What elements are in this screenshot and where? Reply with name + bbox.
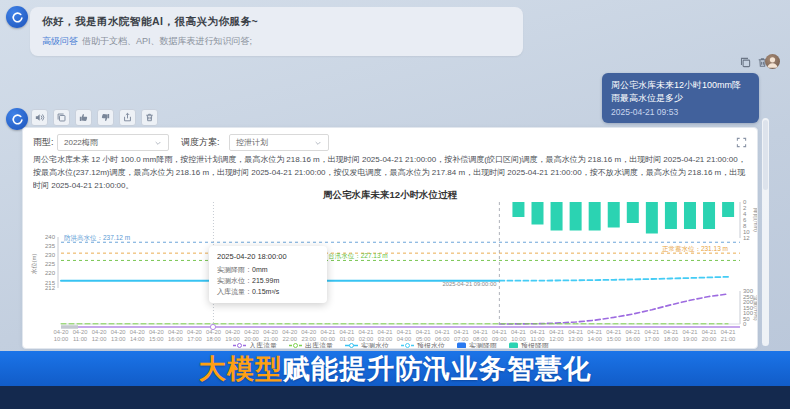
plan-select[interactable]: 控泄计划: [229, 134, 329, 151]
tooltip-time: 2025-04-20 18:00:00: [217, 252, 319, 261]
volume-icon: [34, 112, 45, 123]
svg-text:04-21: 04-21: [320, 329, 335, 335]
svg-text:04-21: 04-21: [625, 329, 640, 335]
delete-answer-button[interactable]: [141, 109, 158, 126]
svg-text:04-20: 04-20: [263, 329, 278, 335]
legend-item-出库流量[interactable]: 出库流量: [289, 342, 333, 349]
bar[interactable]: [551, 202, 563, 231]
svg-text:正常蓄水位：231.13 m: 正常蓄水位：231.13 m: [662, 245, 728, 252]
person-icon: [765, 54, 780, 69]
scrollbar-thumb[interactable]: [763, 120, 768, 190]
svg-text:04-21: 04-21: [644, 329, 659, 335]
svg-text:实测降雨: 实测降雨: [469, 342, 497, 349]
svg-text:04-20: 04-20: [187, 329, 202, 335]
svg-text:0: 0: [743, 321, 747, 327]
legend-item-实测水位[interactable]: 实测水位: [345, 342, 389, 349]
thumbs-down-icon: [100, 112, 111, 123]
advanced-qa-tag[interactable]: 高级问答: [42, 36, 78, 46]
user-question-time: 2025-04-21 09:53: [611, 107, 750, 117]
footer-strip: [0, 386, 790, 409]
user-question-bubble: 周公宅水库未来12小时100mm降雨最高水位是多少 2025-04-21 09:…: [602, 73, 759, 123]
slogan-text: 大模型赋能提升防汛业务智慧化: [199, 351, 591, 387]
svg-text:11:00: 11:00: [73, 336, 87, 342]
svg-text:12: 12: [743, 235, 750, 241]
copy-icon[interactable]: [739, 56, 752, 69]
series-预报降雨: [512, 202, 734, 234]
datazoom-handle[interactable]: [210, 324, 215, 329]
rain-type-select[interactable]: 2022梅雨: [57, 134, 169, 151]
svg-text:04-20: 04-20: [244, 329, 259, 335]
svg-text:22:00: 22:00: [282, 336, 297, 342]
thumbs-up-button[interactable]: [75, 109, 92, 126]
svg-text:04-20: 04-20: [92, 329, 107, 335]
svg-text:04-21: 04-21: [378, 329, 393, 335]
svg-text:04-21: 04-21: [454, 329, 469, 335]
thumbs-up-icon: [78, 112, 89, 123]
bar[interactable]: [684, 202, 696, 229]
svg-text:01:00: 01:00: [340, 336, 355, 342]
svg-text:230: 230: [45, 252, 56, 258]
read-aloud-button[interactable]: [31, 109, 48, 126]
svg-text:14:00: 14:00: [587, 336, 602, 342]
greeting-title: 你好，我是甬水院智能AI，很高兴为你服务~: [42, 15, 511, 29]
plan-value: 控泄计划: [236, 137, 314, 148]
bar[interactable]: [722, 202, 734, 217]
svg-text:04-21: 04-21: [339, 329, 354, 335]
svg-text:12:00: 12:00: [549, 336, 564, 342]
bar[interactable]: [665, 202, 677, 229]
svg-text:16:00: 16:00: [168, 336, 183, 342]
svg-text:225: 225: [45, 261, 56, 267]
svg-text:13:00: 13:00: [568, 336, 583, 342]
thumbs-down-button[interactable]: [97, 109, 114, 126]
export-button[interactable]: [119, 109, 136, 126]
legend-item-实测降雨[interactable]: 实测降雨: [457, 342, 497, 349]
svg-text:14:00: 14:00: [130, 336, 145, 342]
plan-label: 调度方案:: [181, 136, 220, 149]
advanced-qa-desc: 借助于文档、API、数据库表进行知识问答;: [82, 36, 252, 46]
svg-text:04-21: 04-21: [568, 329, 583, 335]
svg-text:04-21: 04-21: [416, 329, 431, 335]
svg-text:04-20: 04-20: [168, 329, 183, 335]
bar[interactable]: [570, 202, 582, 231]
svg-text:预报降雨: 预报降雨: [521, 342, 549, 349]
svg-text:水位(m): 水位(m): [31, 254, 37, 275]
svg-text:04-21: 04-21: [606, 329, 621, 335]
svg-text:04-20: 04-20: [301, 329, 316, 335]
svg-text:04-21: 04-21: [721, 329, 736, 335]
svg-text:入库流量: 入库流量: [249, 342, 277, 349]
bar[interactable]: [646, 202, 658, 234]
svg-text:17:00: 17:00: [187, 336, 202, 342]
chevron-down-icon: [314, 139, 322, 147]
svg-text:19:00: 19:00: [225, 336, 240, 342]
fullscreen-icon[interactable]: [736, 137, 747, 148]
legend-item-入库流量[interactable]: 入库流量: [233, 342, 277, 349]
bar[interactable]: [532, 202, 544, 225]
user-avatar: [765, 54, 780, 69]
legend-item-预报水位[interactable]: 预报水位: [401, 342, 445, 349]
panel-controls: 雨型: 2022梅雨 调度方案: 控泄计划: [23, 132, 757, 152]
svg-text:04-21: 04-21: [473, 329, 488, 335]
greeting-sub: 高级问答借助于文档、API、数据库表进行知识问答;: [42, 35, 511, 48]
forecast-panel: 雨型: 2022梅雨 调度方案: 控泄计划 周公宅水库未来 12 小时 100.…: [22, 127, 758, 349]
tooltip-row: 实测降雨：0mm: [217, 264, 319, 275]
forecast-summary: 周公宅水库未来 12 小时 100.0 mm降雨，按控泄计划调度，最高水位为 2…: [33, 153, 747, 192]
svg-text:预报水位: 预报水位: [417, 342, 445, 349]
svg-text:04-20: 04-20: [282, 329, 297, 335]
svg-text:04-21: 04-21: [530, 329, 545, 335]
bar[interactable]: [512, 202, 524, 217]
current-time-label: 2025-04-21 09:00:00: [443, 281, 497, 287]
bar[interactable]: [608, 202, 620, 228]
bar[interactable]: [589, 202, 601, 231]
svg-text:16:00: 16:00: [626, 336, 641, 342]
copy-answer-button[interactable]: [53, 109, 70, 126]
slogan-banner: 大模型赋能提升防汛业务智慧化: [0, 351, 790, 386]
chevron-down-icon: [154, 139, 162, 147]
bar[interactable]: [703, 202, 715, 229]
svg-text:12:00: 12:00: [92, 336, 107, 342]
legend-item-预报降雨[interactable]: 预报降雨: [509, 342, 549, 349]
bar[interactable]: [627, 202, 639, 223]
svg-text:降雨(mm): 降雨(mm): [753, 208, 758, 232]
rain-type-label: 雨型:: [33, 136, 54, 149]
svg-text:19:00: 19:00: [683, 336, 698, 342]
share-icon: [122, 112, 133, 123]
